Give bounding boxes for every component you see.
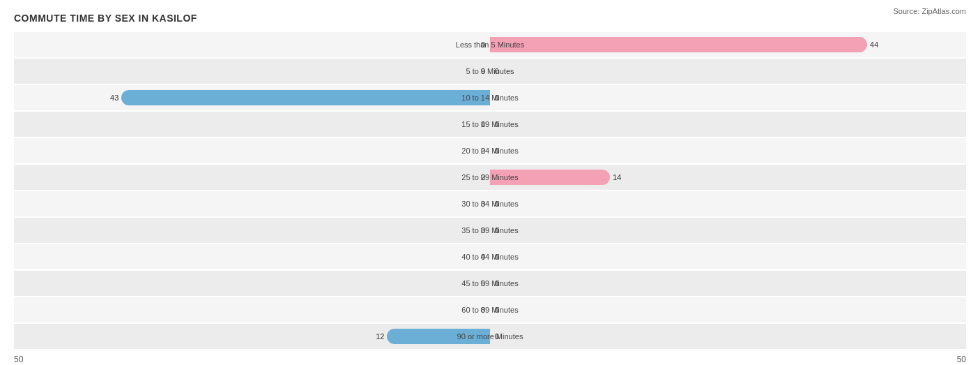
chart-row: 0020 to 24 Minutes	[14, 138, 966, 163]
chart-row: 12090 or more Minutes	[14, 324, 966, 349]
source-label: Source: ZipAtlas.com	[893, 7, 966, 15]
row-label: 5 to 9 Minutes	[463, 59, 516, 84]
value-male: 0	[481, 67, 485, 75]
value-female: 0	[495, 332, 499, 341]
row-label: 60 to 89 Minutes	[459, 297, 521, 322]
value-male: 43	[110, 94, 118, 102]
row-label: 40 to 44 Minutes	[459, 244, 521, 269]
chart-area: 044Less than 5 Minutes005 to 9 Minutes43…	[14, 32, 966, 349]
value-female: 0	[495, 147, 499, 155]
chart-row: 43010 to 14 Minutes	[14, 85, 966, 110]
axis-left-label: 50	[14, 355, 23, 364]
axis-right-label: 50	[957, 355, 966, 364]
value-male: 0	[481, 200, 485, 208]
value-female: 0	[495, 279, 499, 288]
row-label: 35 to 39 Minutes	[459, 218, 521, 243]
value-male: 0	[481, 173, 485, 181]
chart-row: 044Less than 5 Minutes	[14, 32, 966, 57]
row-label: 45 to 59 Minutes	[459, 271, 521, 296]
value-female: 0	[495, 200, 499, 208]
value-female: 0	[495, 226, 499, 234]
chart-row: 01425 to 29 Minutes	[14, 165, 966, 190]
row-label: 20 to 24 Minutes	[459, 138, 521, 163]
chart-row: 005 to 9 Minutes	[14, 59, 966, 84]
chart-row: 0040 to 44 Minutes	[14, 244, 966, 269]
bar-male	[121, 90, 490, 105]
chart-container: COMMUTE TIME BY SEX IN KASILOF Source: Z…	[0, 0, 980, 365]
value-male: 0	[481, 120, 485, 128]
bar-male	[387, 329, 490, 344]
value-female: 0	[495, 94, 499, 102]
bar-female	[490, 37, 867, 52]
chart-row: 0045 to 59 Minutes	[14, 271, 966, 296]
value-male: 0	[481, 306, 485, 314]
axis-bottom: 50 50	[14, 350, 966, 364]
chart-row: 0035 to 39 Minutes	[14, 218, 966, 243]
value-male: 0	[481, 40, 485, 49]
chart-row: 0060 to 89 Minutes	[14, 297, 966, 322]
value-female: 0	[495, 306, 499, 314]
value-male: 12	[376, 332, 384, 341]
value-female: 0	[495, 253, 499, 261]
value-male: 0	[481, 147, 485, 155]
row-label: 30 to 34 Minutes	[459, 191, 521, 216]
bar-female	[490, 170, 610, 185]
row-label: 15 to 19 Minutes	[459, 112, 521, 137]
value-male: 0	[481, 226, 485, 234]
chart-row: 0015 to 19 Minutes	[14, 112, 966, 137]
value-female: 44	[870, 40, 878, 49]
value-female: 0	[495, 120, 499, 128]
chart-title: COMMUTE TIME BY SEX IN KASILOF	[14, 7, 966, 27]
value-female: 0	[495, 67, 499, 75]
value-male: 0	[481, 279, 485, 288]
chart-row: 0030 to 34 Minutes	[14, 191, 966, 216]
value-male: 0	[481, 253, 485, 261]
value-female: 14	[613, 173, 621, 181]
